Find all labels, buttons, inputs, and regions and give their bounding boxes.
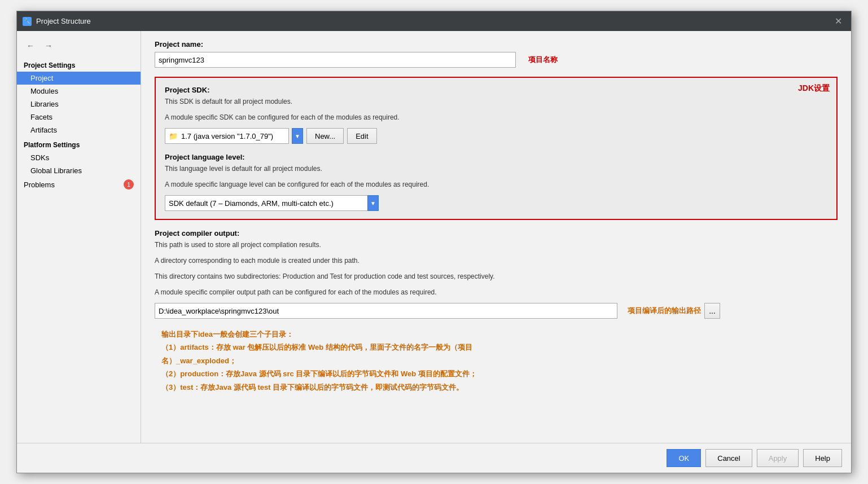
forward-button[interactable]: → bbox=[42, 39, 55, 52]
lang-desc-1: This language level is default for all p… bbox=[165, 164, 827, 174]
lang-dropdown[interactable]: SDK default (7 – Diamonds, ARM, multi-ca… bbox=[165, 195, 368, 211]
sidebar-item-global-libraries[interactable]: Global Libraries bbox=[17, 164, 141, 177]
jdk-annotation: JDK设置 bbox=[798, 83, 830, 94]
compiler-desc-3: This directory contains two subdirectori… bbox=[155, 271, 838, 281]
platform-settings-header: Platform Settings bbox=[17, 137, 141, 151]
compiler-desc-4: A module specific compiler output path c… bbox=[155, 287, 838, 297]
sdk-dropdown[interactable]: 📁 1.7 (java version "1.7.0_79") bbox=[165, 128, 289, 144]
nav-arrows: ← → bbox=[17, 36, 141, 56]
main-content: Project name: 项目名称 JDK设置 Project SDK: Th… bbox=[141, 31, 851, 443]
close-button[interactable]: ✕ bbox=[831, 15, 845, 28]
ok-button[interactable]: OK bbox=[667, 449, 701, 467]
project-name-input[interactable] bbox=[155, 52, 516, 68]
sdk-value: 1.7 (java version "1.7.0_79") bbox=[181, 132, 273, 140]
sidebar-item-sdks[interactable]: SDKs bbox=[17, 151, 141, 164]
lang-level-section: Project language level: This language le… bbox=[165, 153, 827, 211]
new-sdk-button[interactable]: New... bbox=[306, 128, 344, 144]
compiler-desc-2: A directory corresponding to each module… bbox=[155, 256, 838, 266]
project-name-row: Project name: 项目名称 bbox=[155, 40, 838, 68]
sidebar-item-problems[interactable]: Problems 1 bbox=[17, 177, 141, 192]
folder-icon: 📁 bbox=[169, 132, 178, 140]
dialog-footer: OK Cancel Apply Help bbox=[17, 443, 851, 473]
compiler-title: Project compiler output: bbox=[155, 229, 838, 237]
lang-dropdown-arrow[interactable]: ▼ bbox=[367, 195, 379, 211]
sidebar-item-project[interactable]: Project bbox=[17, 72, 141, 85]
note-line-1: （1）artifacts：存放 war 包解压以后的标准 Web 结构的代码，里… bbox=[161, 341, 838, 354]
output-annotation: 项目编译后的输出路径 bbox=[628, 306, 701, 316]
back-button[interactable]: ← bbox=[24, 39, 37, 52]
sidebar-item-libraries[interactable]: Libraries bbox=[17, 98, 141, 111]
note-line-4: （3）test：存放Java 源代码 test 目录下编译以后的字节码文件，即测… bbox=[161, 381, 838, 394]
sidebar-item-facets[interactable]: Facets bbox=[17, 111, 141, 124]
edit-sdk-button[interactable]: Edit bbox=[347, 128, 376, 144]
sidebar-item-modules[interactable]: Modules bbox=[17, 85, 141, 98]
cancel-button[interactable]: Cancel bbox=[705, 449, 752, 467]
project-structure-dialog: 🔧 Project Structure ✕ ← → Project Settin… bbox=[16, 11, 852, 473]
compiler-desc-1: This path is used to store all project c… bbox=[155, 240, 838, 250]
apply-button[interactable]: Apply bbox=[757, 449, 799, 467]
sdk-dropdown-arrow[interactable]: ▼ bbox=[292, 128, 303, 144]
lang-value: SDK default (7 – Diamonds, ARM, multi-ca… bbox=[169, 199, 334, 208]
sdk-desc-1: This SDK is default for all project modu… bbox=[165, 96, 827, 107]
project-settings-header: Project Settings bbox=[17, 58, 141, 72]
note-section: 输出目录下idea一般会创建三个子目录： （1）artifacts：存放 war… bbox=[155, 328, 838, 394]
note-header: 输出目录下idea一般会创建三个子目录： bbox=[161, 328, 838, 341]
sdk-desc-2: A module specific SDK can be configured … bbox=[165, 112, 827, 122]
sdk-section: JDK设置 Project SDK: This SDK is default f… bbox=[155, 77, 838, 220]
note-line-3: （2）production：存放Java 源代码 src 目录下编译以后的字节码… bbox=[161, 367, 838, 380]
problems-label: Problems bbox=[24, 181, 124, 189]
sidebar-item-artifacts[interactable]: Artifacts bbox=[17, 124, 141, 137]
output-path-input[interactable] bbox=[155, 303, 617, 319]
lang-controls: SDK default (7 – Diamonds, ARM, multi-ca… bbox=[165, 195, 827, 211]
lang-level-title: Project language level: bbox=[165, 153, 827, 161]
dialog-title: Project Structure bbox=[36, 17, 831, 25]
output-row: 项目编译后的输出路径 ... bbox=[155, 303, 838, 319]
sdk-controls: 📁 1.7 (java version "1.7.0_79") ▼ New...… bbox=[165, 128, 827, 144]
help-button[interactable]: Help bbox=[803, 449, 842, 467]
sdk-title: Project SDK: bbox=[165, 86, 827, 94]
sidebar: ← → Project Settings Project Modules Lib… bbox=[17, 31, 141, 443]
title-bar: 🔧 Project Structure ✕ bbox=[17, 11, 851, 31]
project-name-label: Project name: bbox=[155, 40, 558, 49]
compiler-section: Project compiler output: This path is us… bbox=[155, 229, 838, 319]
browse-button[interactable]: ... bbox=[704, 303, 720, 319]
app-icon: 🔧 bbox=[23, 17, 32, 26]
project-name-annotation: 项目名称 bbox=[528, 55, 558, 65]
problems-badge: 1 bbox=[124, 179, 134, 190]
note-line-2: 名）_war_exploded； bbox=[161, 354, 838, 367]
dialog-body: ← → Project Settings Project Modules Lib… bbox=[17, 31, 851, 443]
lang-desc-2: A module specific language level can be … bbox=[165, 179, 827, 190]
